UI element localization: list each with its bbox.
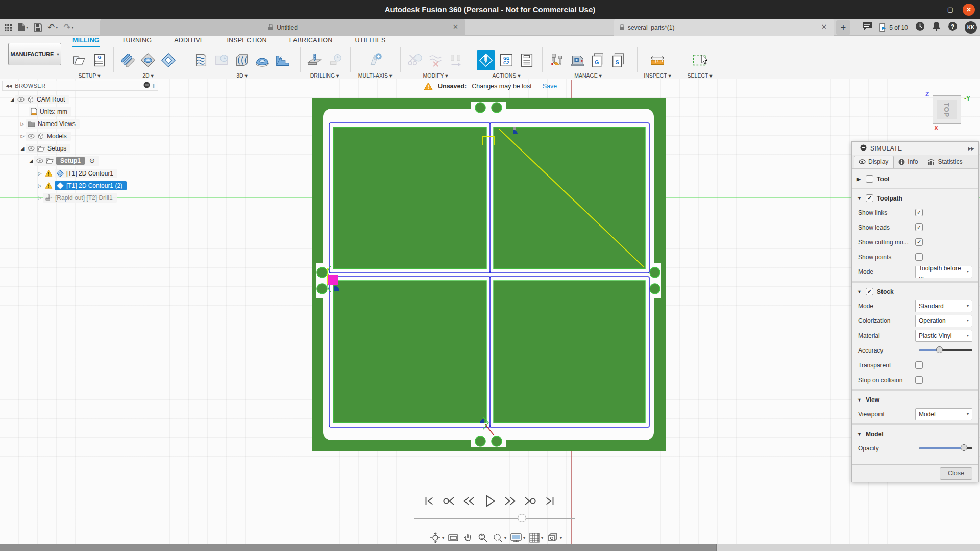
close-panel-button[interactable]: Close — [940, 467, 972, 480]
browser-item-setup1[interactable]: ◢ Setup1 ⊙ — [28, 155, 99, 166]
viewport-canvas[interactable] — [0, 79, 980, 551]
browser-item-drill1[interactable]: ▷ [Rapid out] [T2] Drill1 — [37, 192, 117, 203]
comments-icon[interactable] — [862, 22, 872, 33]
bore-disabled-icon[interactable] — [326, 50, 344, 70]
tab-info[interactable]: Info — [894, 156, 923, 168]
previous-operation-button[interactable] — [442, 494, 456, 510]
look-at-icon[interactable] — [448, 532, 459, 543]
collapsed-arrow-icon[interactable]: ▷ — [19, 134, 26, 139]
group-label-multi-axis[interactable]: MULTI-AXIS ▾ — [352, 72, 398, 79]
ribbon-tab-fabrication[interactable]: FABRICATION — [289, 37, 333, 47]
horizontal-scrollbar-thumb[interactable] — [0, 544, 717, 551]
collapse-panel-icon[interactable]: ◀◀ — [6, 84, 12, 88]
save-link[interactable]: Save — [543, 83, 557, 90]
visibility-eye-icon[interactable] — [28, 134, 35, 139]
step-back-button[interactable] — [462, 494, 476, 510]
expanded-arrow-icon[interactable]: ▼ — [857, 397, 862, 403]
browser-item-units[interactable]: Units: mm — [29, 106, 71, 117]
group-label-3d[interactable]: 3D ▾ — [188, 72, 296, 79]
ribbon-tab-milling[interactable]: MILLING — [72, 37, 100, 47]
orbit-icon[interactable]: ▾ — [430, 532, 444, 543]
expand-arrow-icon[interactable]: ◢ — [9, 97, 15, 102]
ncprogram-icon[interactable]: G — [90, 50, 109, 70]
group-label-actions[interactable]: ACTIONS ▾ — [475, 72, 538, 79]
undo-icon[interactable]: ↶▾ — [47, 22, 58, 33]
minimize-button[interactable]: — — [928, 6, 938, 13]
collapsed-arrow-icon[interactable]: ▷ — [37, 171, 43, 176]
viewcube-face[interactable]: TOP — [937, 100, 957, 119]
pocket-2d-icon[interactable] — [139, 50, 157, 70]
ribbon-tab-turning[interactable]: TURNING — [122, 37, 152, 47]
ribbon-tab-additive[interactable]: ADDITIVE — [174, 37, 204, 47]
opacity-slider[interactable] — [919, 444, 972, 452]
show-cutting-checkbox[interactable] — [915, 238, 923, 246]
contour-2d-icon[interactable] — [159, 50, 178, 70]
show-links-checkbox[interactable] — [915, 209, 923, 216]
setup-sheet-icon[interactable] — [518, 50, 536, 70]
toolpath-mode-dropdown[interactable]: Toolpath before ... ▾ — [915, 266, 972, 278]
panel-grip-icon[interactable]: ‖ — [153, 83, 155, 89]
section-toolpath[interactable]: ▼ Toolpath — [852, 191, 978, 205]
zoom-window-icon[interactable]: ▾ — [492, 532, 506, 543]
group-label-select[interactable]: SELECT ▾ — [684, 72, 716, 79]
tab-display[interactable]: Display — [854, 156, 894, 168]
scallop-bowl-icon[interactable] — [253, 50, 272, 70]
panel-expand-icon[interactable]: ▶▶ — [968, 146, 974, 151]
browser-item-contour2-selected[interactable]: ▷ [T1] 2D Contour1 (2) — [37, 180, 127, 191]
adaptive-clearing-icon[interactable] — [192, 50, 210, 70]
stock-mode-dropdown[interactable]: Standard ▾ — [915, 300, 972, 312]
face-milling-icon[interactable] — [118, 50, 137, 70]
group-label-manage[interactable]: MANAGE ▾ — [545, 72, 631, 79]
file-menu-icon[interactable]: ▾ — [18, 23, 28, 32]
tool-checkbox[interactable] — [866, 175, 873, 183]
visibility-eye-icon[interactable] — [17, 97, 24, 102]
material-dropdown[interactable]: Plastic Vinyl ▾ — [915, 330, 972, 342]
user-avatar[interactable]: KK — [965, 21, 977, 34]
trim-toolpath-disabled-icon[interactable] — [406, 50, 424, 70]
skip-to-start-button[interactable] — [423, 494, 436, 510]
viewpoint-dropdown[interactable]: Model ▾ — [915, 408, 972, 420]
display-settings-icon[interactable]: ▾ — [510, 532, 525, 543]
document-tab-several-parts[interactable]: several_parts*(1) ✕ — [614, 19, 834, 36]
zoom-icon[interactable] — [477, 532, 488, 543]
browser-item-contour1[interactable]: ▷ [T1] 2D Contour1 — [37, 168, 117, 179]
spiral-ramp-icon[interactable] — [274, 50, 292, 70]
notifications-bell-icon[interactable] — [932, 21, 941, 33]
document-tab-untitled[interactable]: Untitled ✕ — [100, 19, 465, 36]
new-tab-button[interactable]: + — [836, 20, 850, 35]
new-setup-icon[interactable] — [70, 50, 88, 70]
viewports-icon[interactable]: ▾ — [547, 532, 562, 543]
close-window-button[interactable]: ✕ — [963, 4, 975, 16]
measure-icon[interactable] — [648, 50, 667, 70]
panel-grip-icon[interactable] — [853, 145, 855, 152]
visibility-eye-icon[interactable] — [36, 158, 43, 163]
chevron-down-icon[interactable]: ▾ — [560, 536, 562, 540]
ribbon-tab-utilities[interactable]: UTILITIES — [355, 37, 385, 47]
save-icon[interactable] — [34, 23, 42, 32]
app-launcher-icon[interactable] — [4, 23, 12, 32]
group-label-modify[interactable]: MODIFY ▾ — [404, 72, 467, 79]
tool-library-icon[interactable] — [548, 50, 567, 70]
chevron-down-icon[interactable]: ▾ — [541, 536, 543, 540]
expanded-arrow-icon[interactable]: ▼ — [857, 432, 862, 437]
collapsed-arrow-icon[interactable]: ▷ — [37, 195, 43, 201]
chevron-down-icon[interactable]: ▾ — [523, 536, 525, 540]
pocket-clearing-disabled-icon[interactable] — [212, 50, 231, 70]
step-forward-button[interactable] — [503, 494, 517, 510]
browser-item-cam-root[interactable]: ◢ CAM Root — [9, 94, 69, 105]
visibility-eye-icon[interactable] — [28, 146, 35, 151]
show-leads-checkbox[interactable] — [915, 223, 923, 231]
machine-library-icon[interactable] — [569, 50, 587, 70]
pan-icon[interactable] — [462, 532, 474, 543]
play-button[interactable] — [482, 493, 497, 511]
stop-on-collision-checkbox[interactable] — [915, 376, 923, 384]
collapsed-arrow-icon[interactable]: ▶ — [857, 177, 862, 182]
colorization-dropdown[interactable]: Operation ▾ — [915, 315, 972, 327]
active-setup-radio-icon[interactable]: ⊙ — [89, 157, 95, 164]
viewcube[interactable]: TOP — [933, 95, 961, 124]
group-label-setup[interactable]: SETUP ▾ — [66, 72, 112, 79]
close-tab-icon[interactable]: ✕ — [821, 23, 827, 31]
accuracy-slider[interactable] — [919, 346, 972, 354]
stock-checkbox[interactable] — [866, 288, 873, 295]
grid-snap-icon[interactable]: ▾ — [529, 532, 543, 543]
